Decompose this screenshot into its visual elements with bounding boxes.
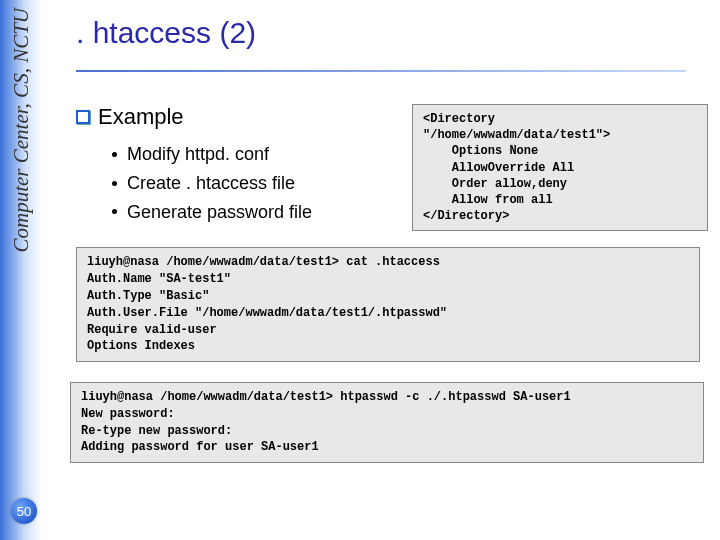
codebox-body: Auth.Name "SA-test1" Auth.Type "Basic" A…: [87, 272, 447, 353]
slide-title: . htaccess (2): [76, 16, 708, 50]
bullet-text: Modify httpd. conf: [127, 140, 269, 169]
shell-prompt: liuyh@nasa /home/wwwadm/data/test1>: [87, 255, 339, 269]
example-row: Example Modify httpd. conf Create . htac…: [76, 104, 708, 231]
bullet-text: Generate password file: [127, 198, 312, 227]
htpasswd-codebox: liuyh@nasa /home/wwwadm/data/test1> htpa…: [70, 382, 704, 463]
bullet-text: Create . htaccess file: [127, 169, 295, 198]
institution-vertical-label: Computer Center, CS, NCTU: [0, 8, 42, 378]
square-bullet-icon: [76, 110, 90, 124]
vertical-label-text: Computer Center, CS, NCTU: [9, 8, 34, 252]
title-divider: [76, 70, 686, 72]
page-number-badge: 50: [11, 498, 37, 524]
list-item: Modify httpd. conf: [112, 140, 396, 169]
slide-content: . htaccess (2) Example Modify httpd. con…: [76, 16, 708, 463]
page-number: 50: [17, 504, 31, 519]
slide-root: Computer Center, CS, NCTU 50 . htaccess …: [0, 0, 720, 540]
shell-prompt: liuyh@nasa /home/wwwadm/data/test1>: [81, 390, 333, 404]
shell-command: cat .htaccess: [339, 255, 440, 269]
list-item: Generate password file: [112, 198, 396, 227]
cat-htaccess-codebox: liuyh@nasa /home/wwwadm/data/test1> cat …: [76, 247, 700, 362]
example-heading-text: Example: [98, 104, 184, 130]
example-bullets: Modify httpd. conf Create . htaccess fil…: [112, 140, 396, 226]
list-item: Create . htaccess file: [112, 169, 396, 198]
codebox-body: New password: Re-type new password: Addi…: [81, 407, 319, 455]
shell-command: htpasswd -c ./.htpasswd SA-user1: [333, 390, 571, 404]
example-heading: Example: [76, 104, 396, 130]
example-left-col: Example Modify httpd. conf Create . htac…: [76, 104, 396, 226]
bullet-dot-icon: [112, 152, 117, 157]
bullet-dot-icon: [112, 181, 117, 186]
directory-config-codebox: <Directory "/home/wwwadm/data/test1"> Op…: [412, 104, 708, 231]
bullet-dot-icon: [112, 209, 117, 214]
